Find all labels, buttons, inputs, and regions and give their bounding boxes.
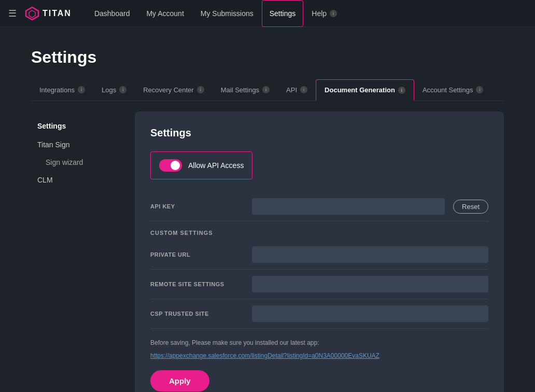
- allow-api-access-toggle-row[interactable]: Allow API Access: [150, 151, 252, 179]
- remote-site-input[interactable]: [252, 276, 488, 292]
- logo-text: TITAN: [43, 9, 72, 18]
- csp-row: CSP TRUSTED SITE: [150, 299, 488, 329]
- account-info-icon: i: [476, 86, 483, 93]
- sidebar: Settings Titan Sign Sign wizard CLM: [31, 101, 135, 392]
- mail-info-icon: i: [262, 86, 270, 93]
- toggle-label: Allow API Access: [188, 161, 244, 170]
- settings-panel: Settings Allow API Access API KEY Reset …: [135, 111, 504, 392]
- page-title: Settings: [31, 48, 504, 67]
- integrations-info-icon: i: [78, 86, 85, 93]
- docgen-info-icon: i: [398, 87, 405, 94]
- tab-recovery-center[interactable]: Recovery Center i: [135, 80, 213, 101]
- nav-help[interactable]: Help i: [303, 0, 345, 27]
- api-key-row: API KEY Reset: [150, 192, 488, 221]
- custom-settings-label: CUSTOM SETTINGS: [150, 221, 488, 240]
- csp-input[interactable]: [252, 305, 488, 322]
- panel-title: Settings: [150, 127, 488, 139]
- reset-button[interactable]: Reset: [453, 200, 488, 214]
- csp-label: CSP TRUSTED SITE: [150, 311, 244, 317]
- api-key-input[interactable]: [252, 198, 445, 215]
- nav-my-submissions[interactable]: My Submissions: [192, 0, 262, 27]
- logo-icon: [25, 6, 39, 21]
- settings-tabs: Integrations i Logs i Recovery Center i …: [31, 79, 504, 101]
- remote-site-label: REMOTE SITE SETTINGS: [150, 281, 244, 287]
- nav-dashboard[interactable]: Dashboard: [86, 0, 138, 27]
- main-layout: Settings Titan Sign Sign wizard CLM Sett…: [31, 101, 504, 392]
- private-url-input[interactable]: [252, 246, 488, 263]
- top-navigation: ☰ TITAN Dashboard My Account My Submissi…: [0, 0, 535, 27]
- api-key-label: API KEY: [150, 203, 244, 209]
- api-access-toggle[interactable]: [159, 159, 182, 172]
- nav-my-account[interactable]: My Account: [138, 0, 192, 27]
- help-info-icon: i: [330, 10, 337, 17]
- toggle-thumb: [171, 161, 180, 170]
- tab-integrations[interactable]: Integrations i: [31, 80, 93, 101]
- private-url-label: PRIVATE URL: [150, 251, 244, 258]
- sidebar-item-titan-sign[interactable]: Titan Sign: [31, 135, 135, 154]
- note-text: Before saving, Please make sure you inst…: [150, 339, 488, 346]
- sidebar-item-settings[interactable]: Settings: [31, 117, 135, 135]
- apply-button[interactable]: Apply: [150, 370, 209, 391]
- sidebar-item-clm[interactable]: CLM: [31, 171, 135, 189]
- logs-info-icon: i: [119, 86, 126, 93]
- api-info-icon: i: [300, 86, 307, 93]
- tab-account-settings[interactable]: Account Settings i: [414, 80, 492, 101]
- nav-settings[interactable]: Settings: [262, 0, 304, 27]
- hamburger-menu[interactable]: ☰: [8, 8, 17, 19]
- remote-site-row: REMOTE SITE SETTINGS: [150, 270, 488, 299]
- note-link[interactable]: https://appexchange.salesforce.com/listi…: [150, 352, 379, 359]
- page-content: Settings Integrations i Logs i Recovery …: [0, 27, 535, 392]
- logo: TITAN: [25, 6, 72, 21]
- recovery-info-icon: i: [197, 86, 204, 93]
- tab-mail-settings[interactable]: Mail Settings i: [213, 80, 278, 101]
- private-url-row: PRIVATE URL: [150, 240, 488, 270]
- tab-logs[interactable]: Logs i: [93, 80, 135, 101]
- tab-api[interactable]: API i: [278, 80, 316, 101]
- sidebar-item-sign-wizard[interactable]: Sign wizard: [31, 154, 135, 171]
- svg-marker-1: [29, 10, 35, 18]
- nav-items: Dashboard My Account My Submissions Sett…: [86, 0, 527, 27]
- tab-document-generation[interactable]: Document Generation i: [316, 79, 414, 101]
